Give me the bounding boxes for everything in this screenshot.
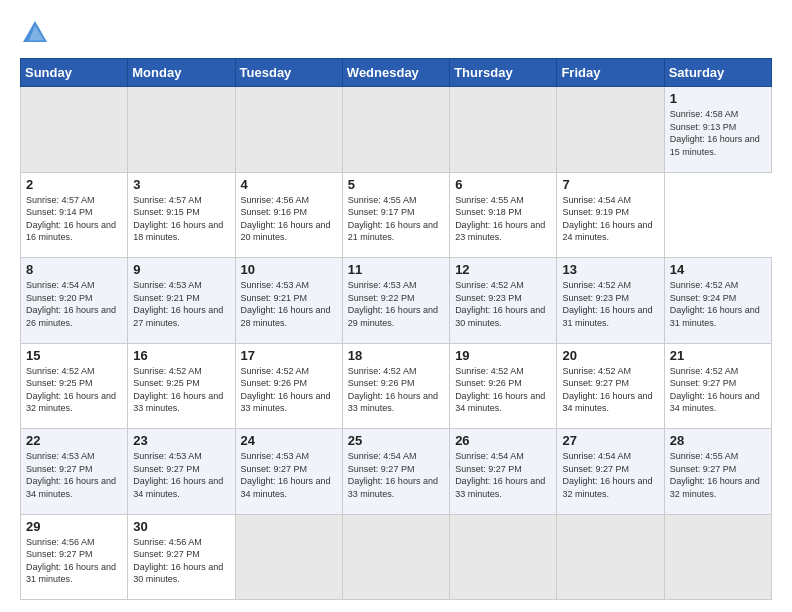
day-number: 4: [241, 177, 337, 192]
calendar-cell: 18Sunrise: 4:52 AMSunset: 9:26 PMDayligh…: [342, 343, 449, 429]
day-info: Sunrise: 4:53 AMSunset: 9:21 PMDaylight:…: [241, 279, 337, 329]
calendar-cell: 22Sunrise: 4:53 AMSunset: 9:27 PMDayligh…: [21, 429, 128, 515]
col-header-monday: Monday: [128, 59, 235, 87]
header: [20, 18, 772, 48]
day-info: Sunrise: 4:52 AMSunset: 9:23 PMDaylight:…: [455, 279, 551, 329]
calendar-cell: [450, 87, 557, 173]
calendar-cell: 30Sunrise: 4:56 AMSunset: 9:27 PMDayligh…: [128, 514, 235, 600]
day-info: Sunrise: 4:52 AMSunset: 9:23 PMDaylight:…: [562, 279, 658, 329]
calendar-cell: 8Sunrise: 4:54 AMSunset: 9:20 PMDaylight…: [21, 258, 128, 344]
col-header-sunday: Sunday: [21, 59, 128, 87]
calendar-cell: 26Sunrise: 4:54 AMSunset: 9:27 PMDayligh…: [450, 429, 557, 515]
calendar-cell: 20Sunrise: 4:52 AMSunset: 9:27 PMDayligh…: [557, 343, 664, 429]
calendar-cell: [342, 514, 449, 600]
day-info: Sunrise: 4:55 AMSunset: 9:27 PMDaylight:…: [670, 450, 766, 500]
day-info: Sunrise: 4:54 AMSunset: 9:20 PMDaylight:…: [26, 279, 122, 329]
calendar-cell: 14Sunrise: 4:52 AMSunset: 9:24 PMDayligh…: [664, 258, 771, 344]
day-number: 5: [348, 177, 444, 192]
calendar-cell: 19Sunrise: 4:52 AMSunset: 9:26 PMDayligh…: [450, 343, 557, 429]
calendar-cell: 5Sunrise: 4:55 AMSunset: 9:17 PMDaylight…: [342, 172, 449, 258]
day-number: 1: [670, 91, 766, 106]
day-info: Sunrise: 4:52 AMSunset: 9:27 PMDaylight:…: [670, 365, 766, 415]
day-number: 6: [455, 177, 551, 192]
day-number: 3: [133, 177, 229, 192]
day-info: Sunrise: 4:55 AMSunset: 9:17 PMDaylight:…: [348, 194, 444, 244]
day-number: 29: [26, 519, 122, 534]
calendar-cell: 21Sunrise: 4:52 AMSunset: 9:27 PMDayligh…: [664, 343, 771, 429]
day-number: 27: [562, 433, 658, 448]
day-number: 7: [562, 177, 658, 192]
day-info: Sunrise: 4:57 AMSunset: 9:14 PMDaylight:…: [26, 194, 122, 244]
col-header-saturday: Saturday: [664, 59, 771, 87]
day-info: Sunrise: 4:55 AMSunset: 9:18 PMDaylight:…: [455, 194, 551, 244]
day-number: 20: [562, 348, 658, 363]
col-header-tuesday: Tuesday: [235, 59, 342, 87]
calendar-week-3: 15Sunrise: 4:52 AMSunset: 9:25 PMDayligh…: [21, 343, 772, 429]
day-info: Sunrise: 4:52 AMSunset: 9:25 PMDaylight:…: [133, 365, 229, 415]
day-number: 30: [133, 519, 229, 534]
day-info: Sunrise: 4:54 AMSunset: 9:27 PMDaylight:…: [562, 450, 658, 500]
day-info: Sunrise: 4:53 AMSunset: 9:22 PMDaylight:…: [348, 279, 444, 329]
day-number: 19: [455, 348, 551, 363]
calendar-week-4: 22Sunrise: 4:53 AMSunset: 9:27 PMDayligh…: [21, 429, 772, 515]
calendar-cell: 12Sunrise: 4:52 AMSunset: 9:23 PMDayligh…: [450, 258, 557, 344]
calendar-cell: [128, 87, 235, 173]
day-info: Sunrise: 4:56 AMSunset: 9:27 PMDaylight:…: [133, 536, 229, 586]
day-info: Sunrise: 4:53 AMSunset: 9:27 PMDaylight:…: [26, 450, 122, 500]
day-info: Sunrise: 4:54 AMSunset: 9:27 PMDaylight:…: [455, 450, 551, 500]
col-header-friday: Friday: [557, 59, 664, 87]
day-number: 26: [455, 433, 551, 448]
calendar-cell: 10Sunrise: 4:53 AMSunset: 9:21 PMDayligh…: [235, 258, 342, 344]
day-info: Sunrise: 4:58 AMSunset: 9:13 PMDaylight:…: [670, 108, 766, 158]
day-number: 2: [26, 177, 122, 192]
calendar-cell: 2Sunrise: 4:57 AMSunset: 9:14 PMDaylight…: [21, 172, 128, 258]
col-header-thursday: Thursday: [450, 59, 557, 87]
calendar-cell: 13Sunrise: 4:52 AMSunset: 9:23 PMDayligh…: [557, 258, 664, 344]
calendar-cell: [664, 514, 771, 600]
calendar-cell: 9Sunrise: 4:53 AMSunset: 9:21 PMDaylight…: [128, 258, 235, 344]
calendar-cell: 23Sunrise: 4:53 AMSunset: 9:27 PMDayligh…: [128, 429, 235, 515]
calendar-week-0: 1Sunrise: 4:58 AMSunset: 9:13 PMDaylight…: [21, 87, 772, 173]
day-number: 28: [670, 433, 766, 448]
day-info: Sunrise: 4:57 AMSunset: 9:15 PMDaylight:…: [133, 194, 229, 244]
calendar-header: SundayMondayTuesdayWednesdayThursdayFrid…: [21, 59, 772, 87]
day-number: 12: [455, 262, 551, 277]
day-info: Sunrise: 4:52 AMSunset: 9:24 PMDaylight:…: [670, 279, 766, 329]
calendar-cell: 29Sunrise: 4:56 AMSunset: 9:27 PMDayligh…: [21, 514, 128, 600]
calendar-cell: 16Sunrise: 4:52 AMSunset: 9:25 PMDayligh…: [128, 343, 235, 429]
header-row: SundayMondayTuesdayWednesdayThursdayFrid…: [21, 59, 772, 87]
calendar-cell: 3Sunrise: 4:57 AMSunset: 9:15 PMDaylight…: [128, 172, 235, 258]
day-number: 14: [670, 262, 766, 277]
day-info: Sunrise: 4:54 AMSunset: 9:27 PMDaylight:…: [348, 450, 444, 500]
day-info: Sunrise: 4:52 AMSunset: 9:26 PMDaylight:…: [455, 365, 551, 415]
calendar-cell: [557, 514, 664, 600]
calendar-cell: [235, 87, 342, 173]
day-number: 23: [133, 433, 229, 448]
calendar-cell: 11Sunrise: 4:53 AMSunset: 9:22 PMDayligh…: [342, 258, 449, 344]
day-number: 18: [348, 348, 444, 363]
day-info: Sunrise: 4:54 AMSunset: 9:19 PMDaylight:…: [562, 194, 658, 244]
day-number: 8: [26, 262, 122, 277]
day-info: Sunrise: 4:52 AMSunset: 9:26 PMDaylight:…: [348, 365, 444, 415]
day-number: 15: [26, 348, 122, 363]
logo: [20, 18, 54, 48]
day-number: 9: [133, 262, 229, 277]
calendar-week-2: 8Sunrise: 4:54 AMSunset: 9:20 PMDaylight…: [21, 258, 772, 344]
calendar-body: 1Sunrise: 4:58 AMSunset: 9:13 PMDaylight…: [21, 87, 772, 600]
calendar-cell: 25Sunrise: 4:54 AMSunset: 9:27 PMDayligh…: [342, 429, 449, 515]
calendar-week-1: 2Sunrise: 4:57 AMSunset: 9:14 PMDaylight…: [21, 172, 772, 258]
day-info: Sunrise: 4:52 AMSunset: 9:27 PMDaylight:…: [562, 365, 658, 415]
day-number: 17: [241, 348, 337, 363]
col-header-wednesday: Wednesday: [342, 59, 449, 87]
day-number: 21: [670, 348, 766, 363]
day-info: Sunrise: 4:53 AMSunset: 9:27 PMDaylight:…: [133, 450, 229, 500]
calendar-cell: [235, 514, 342, 600]
day-info: Sunrise: 4:56 AMSunset: 9:16 PMDaylight:…: [241, 194, 337, 244]
calendar-cell: 27Sunrise: 4:54 AMSunset: 9:27 PMDayligh…: [557, 429, 664, 515]
calendar-cell: 17Sunrise: 4:52 AMSunset: 9:26 PMDayligh…: [235, 343, 342, 429]
day-info: Sunrise: 4:56 AMSunset: 9:27 PMDaylight:…: [26, 536, 122, 586]
day-number: 25: [348, 433, 444, 448]
calendar-cell: [450, 514, 557, 600]
calendar-cell: 1Sunrise: 4:58 AMSunset: 9:13 PMDaylight…: [664, 87, 771, 173]
calendar-cell: [342, 87, 449, 173]
